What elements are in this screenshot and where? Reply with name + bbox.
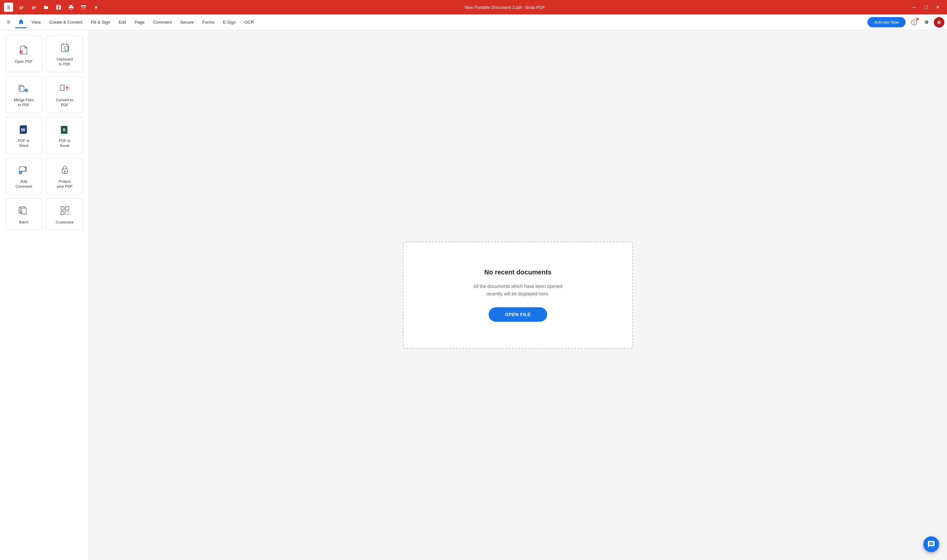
menu-view[interactable]: View [28,17,45,28]
sidebar-row-2: Merge Filesto PDF Convert toPDF [5,76,83,113]
sidebar-row-4: AddComment Protectyour PDF [5,158,83,195]
sidebar-item-pdf-excel[interactable]: X PDF toExcel [46,117,83,154]
open-pdf-label: Open PDF [15,59,32,64]
more-button[interactable]: ▾ [91,3,101,12]
menu-bar: ≡ View Create & Convert Fill & Sign Edit… [0,14,947,30]
sidebar-item-merge-files[interactable]: Merge Filesto PDF [5,76,42,113]
svg-rect-3 [63,43,66,45]
main-content: Open PDF Clipboardto PDF [0,30,947,560]
center-area: No recent documents All the documents wh… [89,30,947,560]
add-comment-label: AddComment [15,179,32,189]
window-title: New Portable Document 2.pdf · Soda PDF [104,5,905,10]
svg-rect-26 [22,208,26,214]
title-bar-actions: ▾ [17,3,101,12]
svg-point-22 [65,173,65,174]
menu-fill-sign[interactable]: Fill & Sign [87,17,114,28]
email-button[interactable] [79,3,88,12]
svg-rect-6 [20,86,24,92]
sidebar-item-pdf-word[interactable]: W PDF toWord [5,117,42,154]
sidebar-item-batch[interactable]: Batch [5,198,42,230]
customize-icon [58,204,71,217]
minimize-button[interactable]: ─ [909,3,919,12]
sidebar-item-customize[interactable]: Customize [46,198,83,230]
sidebar-item-add-comment[interactable]: AddComment [5,158,42,195]
menu-secure[interactable]: Secure [176,17,198,28]
sidebar-item-clipboard-pdf[interactable]: Clipboardto PDF [46,35,83,72]
pdf-excel-label: PDF toExcel [59,138,71,148]
sidebar-row-3: W PDF toWord X PDF toExcel [5,117,83,154]
protect-pdf-label: Protectyour PDF [57,179,73,189]
pdf-word-label: PDF toWord [18,138,29,148]
settings-button[interactable] [921,17,932,28]
merge-files-label: Merge Filesto PDF [14,98,34,108]
menu-ocr[interactable]: OCR [240,17,258,28]
menu-esign[interactable]: E-Sign [219,17,240,28]
no-docs-description: All the documents which have been opened… [473,283,563,297]
svg-rect-27 [61,207,64,210]
open-file-button[interactable]: OPEN FILE [489,307,547,322]
protect-pdf-icon [58,163,71,177]
close-button[interactable]: ✕ [933,3,943,12]
restore-button[interactable]: ☐ [921,3,931,12]
pdf-word-icon: W [17,123,30,136]
menu-right-icons: ? B [909,17,944,28]
title-bar: S ▾ New Portable Document 2.pdf · Soda P… [0,0,947,14]
sidebar-item-open-pdf[interactable]: Open PDF [5,35,42,72]
activate-now-button[interactable]: Activate Now [867,17,905,27]
menu-page[interactable]: Page [131,17,148,28]
help-button[interactable]: ? [909,17,919,28]
sidebar-row-5: Batch Customize [5,198,83,230]
redo-button[interactable] [29,3,38,12]
batch-label: Batch [19,220,29,225]
svg-text:?: ? [913,20,915,24]
svg-point-20 [64,171,65,172]
svg-rect-28 [65,207,69,210]
sidebar-item-convert-pdf[interactable]: Convert toPDF [46,76,83,113]
svg-rect-30 [65,211,69,215]
notification-badge [916,18,919,20]
chat-fab-button[interactable] [923,536,939,552]
no-docs-title: No recent documents [484,269,551,276]
add-comment-icon [17,163,30,177]
hamburger-menu[interactable]: ≡ [3,17,14,28]
menu-edit[interactable]: Edit [115,17,130,28]
window-controls: ─ ☐ ✕ [909,3,943,12]
user-avatar[interactable]: B [934,17,944,28]
svg-point-23 [66,173,66,174]
save-button[interactable] [54,3,63,12]
merge-files-icon [17,82,30,95]
menu-comment[interactable]: Comment [149,17,176,28]
sidebar: Open PDF Clipboardto PDF [0,30,89,560]
menu-forms[interactable]: Forms [198,17,218,28]
batch-icon [17,204,30,217]
pdf-excel-icon: X [58,123,71,136]
sidebar-row-1: Open PDF Clipboardto PDF [5,35,83,72]
convert-pdf-icon [58,82,71,95]
app-logo: S [4,3,13,12]
open-folder-button[interactable] [42,3,51,12]
print-button[interactable] [66,3,75,12]
svg-text:W: W [21,127,26,132]
convert-pdf-label: Convert toPDF [56,98,73,108]
svg-point-21 [63,173,64,174]
undo-button[interactable] [17,3,26,12]
clipboard-pdf-icon [58,41,71,54]
svg-rect-29 [61,211,64,215]
no-documents-card: No recent documents All the documents wh… [403,242,633,349]
customize-label: Customize [56,220,74,225]
svg-text:X: X [63,127,66,132]
home-tab[interactable] [15,17,27,28]
sidebar-item-protect-pdf[interactable]: Protectyour PDF [46,158,83,195]
menu-create-convert[interactable]: Create & Convert [45,17,86,28]
open-pdf-icon [17,43,30,57]
svg-rect-8 [60,85,64,90]
clipboard-pdf-label: Clipboardto PDF [57,57,73,67]
